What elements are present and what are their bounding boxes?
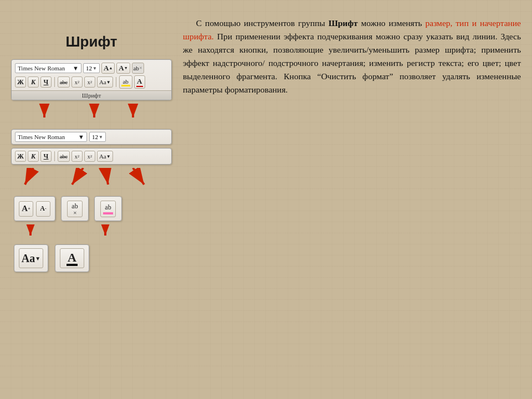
italic-button[interactable]: К [28,76,39,88]
clear-format-button-2[interactable]: ab ✕ [67,201,83,217]
italic-button-2[interactable]: К [28,151,39,162]
decrease-font-button-2[interactable]: A- [36,201,50,217]
svg-line-6 [72,168,83,185]
underline-button-2[interactable]: Ч [40,151,52,162]
change-case-button-2[interactable]: Aa▼ [97,151,113,162]
subscript-button[interactable]: x2 [71,76,83,88]
arrows-to-bottom [11,224,155,241]
change-case-button[interactable]: Aa▼ [97,76,113,88]
highlight-color-button-2[interactable]: ab [100,201,116,217]
superscript-button-2[interactable]: x2 [84,151,95,162]
font-size-dropdown[interactable]: 12 ▼ [83,63,100,73]
bold-button-2[interactable]: Ж [15,151,26,162]
increase-font-button-2[interactable]: A+ [19,201,33,217]
superscript-button[interactable]: x2 [84,76,95,88]
change-case-panel: Aa▼ [14,244,48,272]
font-name-dropdown[interactable]: Times New Roman ▼ [15,63,81,73]
font-size-change-panel: A+ A- [14,196,55,221]
strikethrough-button[interactable]: abc [58,76,70,88]
font-color-button[interactable]: A [134,75,145,89]
decrease-font-button[interactable]: A▼ [116,63,130,74]
change-case-large-button[interactable]: Aa▼ [19,248,43,268]
right-panel: С помощью инструментов группы Шрифт можн… [183,11,521,388]
highlight-panel: ab [94,196,122,221]
font-size-dropdown-2[interactable]: 12 ▼ [89,132,106,142]
svg-line-7 [105,168,108,185]
main-toolbar-panel: Times New Roman ▼ 12 ▼ A▲ A▼ ab✕ Ж К Ч a… [11,59,172,100]
font-color-panel: A [55,244,89,272]
arrows-to-small [11,168,155,193]
bold-button[interactable]: Ж [15,76,26,88]
arrows-down-1 [11,104,150,126]
font-name-dropdown-2[interactable]: Times New Roman ▼ [15,132,87,142]
eraser-panel: ab ✕ [61,196,89,221]
font-name-toolbar: Times New Roman ▼ 12 ▼ [11,129,172,145]
increase-font-button[interactable]: A▲ [101,63,115,74]
svg-line-5 [25,168,33,185]
underline-button[interactable]: Ч [40,76,52,88]
font-color-large-button[interactable]: A [60,248,84,268]
clear-format-button[interactable]: ab✕ [132,63,144,74]
svg-line-8 [133,168,144,185]
subscript-button-2[interactable]: x2 [71,151,83,162]
toolbar-label: Шрифт [12,90,171,100]
format-buttons-toolbar: Ж К Ч abc x2 x2 Aa▼ [11,148,172,165]
page-title: Шрифт [11,33,172,50]
highlight-color-button[interactable]: ab [119,75,132,89]
strikethrough-button-2[interactable]: abc [58,151,70,162]
main-text: С помощью инструментов группы Шрифт можн… [183,17,521,96]
